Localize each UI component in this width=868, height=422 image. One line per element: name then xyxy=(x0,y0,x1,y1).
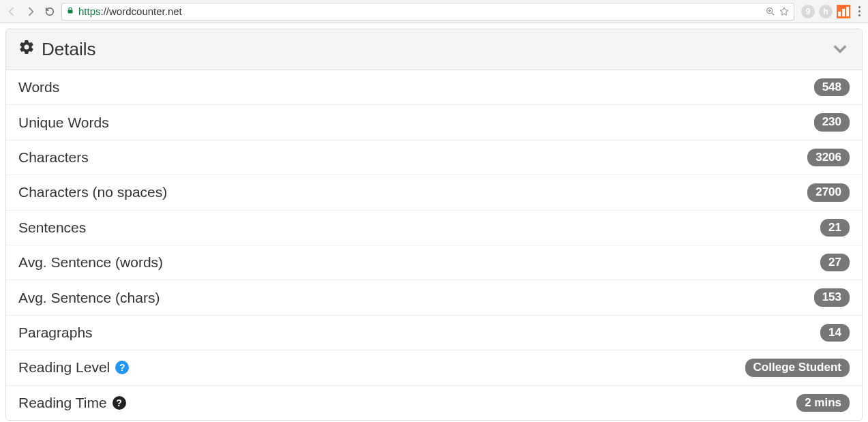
row-label-text: Characters (no spaces) xyxy=(18,184,167,200)
panel-title: Details xyxy=(18,39,95,60)
row-label-text: Words xyxy=(18,79,59,95)
row-label-text: Reading Level xyxy=(18,359,110,376)
row-value-badge: 548 xyxy=(814,78,850,96)
row-label: Words xyxy=(18,79,59,95)
row-value-badge: College Student xyxy=(745,359,850,376)
omnibox-actions xyxy=(765,6,790,17)
row-label: Characters (no spaces) xyxy=(18,184,167,200)
row-label-text: Unique Words xyxy=(18,115,109,131)
extension-3-icon[interactable] xyxy=(837,5,850,18)
row-label: Paragraphs xyxy=(18,325,93,341)
lock-icon xyxy=(66,5,74,17)
row-label: Characters xyxy=(18,149,89,166)
details-row: Paragraphs14 xyxy=(6,315,862,350)
details-list: Words548Unique Words230Characters3206Cha… xyxy=(6,70,862,420)
details-row: Words548 xyxy=(6,70,862,104)
panel-title-text: Details xyxy=(42,39,95,60)
url-host-path: ://wordcounter.net xyxy=(101,5,182,17)
row-label: Reading Level? xyxy=(18,359,129,376)
row-value-badge: 153 xyxy=(814,288,850,306)
row-label: Avg. Sentence (words) xyxy=(18,254,163,271)
row-label: Sentences xyxy=(18,220,86,236)
row-label-text: Avg. Sentence (words) xyxy=(18,254,163,271)
row-label-text: Sentences xyxy=(18,220,86,236)
bookmark-star-icon[interactable] xyxy=(779,6,790,17)
row-value-badge: 14 xyxy=(820,324,850,342)
row-label: Unique Words xyxy=(18,115,109,131)
row-value-badge: 27 xyxy=(820,254,850,271)
help-icon[interactable]: ? xyxy=(113,396,126,410)
zoom-icon[interactable] xyxy=(765,6,776,17)
details-row: Reading Time?2 mins xyxy=(6,385,862,420)
reload-button[interactable] xyxy=(42,4,57,19)
row-label: Avg. Sentence (chars) xyxy=(18,290,160,306)
details-panel: Details Words548Unique Words230Character… xyxy=(5,29,863,421)
details-row: Avg. Sentence (words)27 xyxy=(6,245,862,280)
row-label-text: Characters xyxy=(18,149,89,166)
url-text: https://wordcounter.net xyxy=(78,5,761,17)
row-label: Reading Time? xyxy=(18,395,126,411)
details-row: Characters3206 xyxy=(6,140,862,175)
help-icon[interactable]: ? xyxy=(115,361,129,374)
chrome-menu-button[interactable] xyxy=(854,6,864,16)
row-label-text: Reading Time xyxy=(18,395,107,411)
panel-heading: Details xyxy=(6,29,862,70)
row-label-text: Avg. Sentence (chars) xyxy=(18,290,160,306)
collapse-toggle[interactable] xyxy=(830,39,850,60)
extension-2-icon[interactable]: h xyxy=(819,5,833,18)
svg-line-2 xyxy=(772,13,774,15)
row-value-badge: 21 xyxy=(820,219,850,237)
row-value-badge: 2 mins xyxy=(796,394,850,412)
row-value-badge: 3206 xyxy=(807,149,850,166)
details-row: Sentences21 xyxy=(6,210,862,245)
row-label-text: Paragraphs xyxy=(18,325,93,341)
browser-toolbar: https://wordcounter.net 9 h xyxy=(0,0,868,23)
url-scheme: https xyxy=(78,5,101,17)
details-row: Reading Level?College Student xyxy=(6,350,862,385)
extensions-area: 9 h xyxy=(798,5,850,18)
details-row: Characters (no spaces)2700 xyxy=(6,175,862,209)
nav-forward-button[interactable] xyxy=(23,4,38,19)
nav-back-button xyxy=(4,4,19,19)
extension-1-icon[interactable]: 9 xyxy=(801,5,815,18)
details-row: Avg. Sentence (chars)153 xyxy=(6,280,862,314)
page-content: Details Words548Unique Words230Character… xyxy=(0,23,868,422)
gear-icon[interactable] xyxy=(18,39,35,60)
address-bar[interactable]: https://wordcounter.net xyxy=(61,3,794,20)
row-value-badge: 230 xyxy=(814,113,850,131)
row-value-badge: 2700 xyxy=(807,183,850,201)
details-row: Unique Words230 xyxy=(6,104,862,139)
svg-rect-0 xyxy=(68,10,73,14)
